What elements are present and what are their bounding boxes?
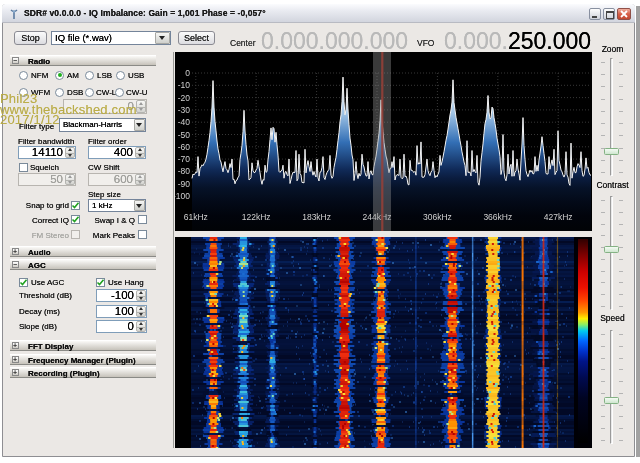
- svg-text:306kHz: 306kHz: [423, 212, 452, 222]
- svg-text:-80: -80: [178, 166, 191, 176]
- svg-text:-60: -60: [178, 142, 191, 152]
- svg-text:122kHz: 122kHz: [242, 212, 271, 222]
- svg-text:183kHz: 183kHz: [302, 212, 331, 222]
- svg-text:61kHz: 61kHz: [184, 212, 208, 222]
- svg-text:-100: -100: [175, 191, 190, 201]
- svg-text:-40: -40: [178, 117, 191, 127]
- svg-text:-70: -70: [178, 154, 191, 164]
- svg-text:366kHz: 366kHz: [483, 212, 512, 222]
- svg-text:-20: -20: [178, 93, 191, 103]
- svg-text:-30: -30: [178, 105, 191, 115]
- svg-text:427kHz: 427kHz: [544, 212, 573, 222]
- svg-text:-50: -50: [178, 130, 191, 140]
- svg-text:-90: -90: [178, 179, 191, 189]
- svg-text:0: 0: [185, 68, 190, 78]
- svg-text:-10: -10: [178, 80, 191, 90]
